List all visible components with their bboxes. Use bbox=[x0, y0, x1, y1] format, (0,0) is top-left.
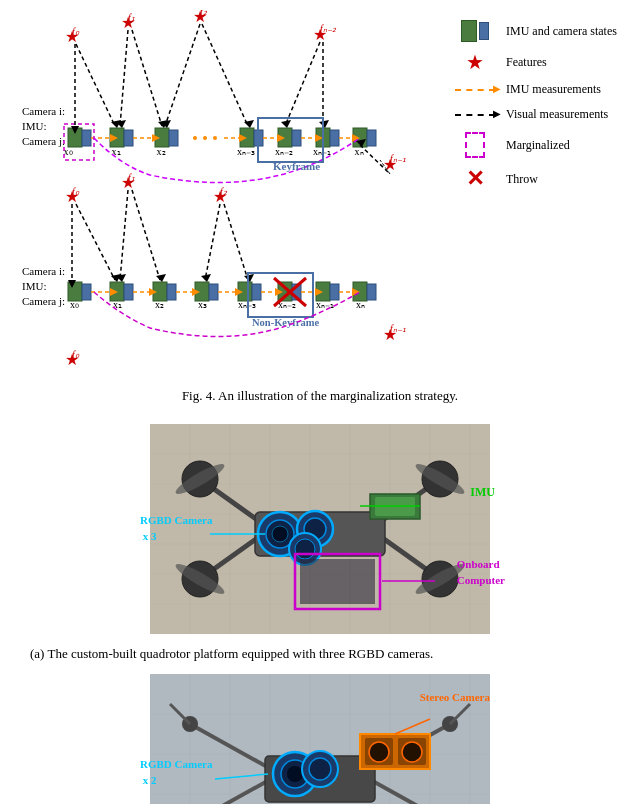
svg-line-54 bbox=[120, 30, 128, 126]
svg-text:f₁: f₁ bbox=[128, 12, 135, 23]
imu-meas-icon bbox=[450, 89, 500, 91]
svg-line-52 bbox=[76, 44, 115, 126]
figure-4: Camera i: IMU: Camera j: x₀ x₁ bbox=[20, 10, 620, 416]
svg-rect-10 bbox=[169, 130, 178, 146]
svg-rect-84 bbox=[209, 284, 218, 300]
throw-icon: ✕ bbox=[450, 168, 500, 190]
svg-rect-98 bbox=[367, 284, 376, 300]
svg-text:f₀: f₀ bbox=[72, 26, 80, 37]
svg-text:x₂: x₂ bbox=[155, 299, 164, 310]
features-icon: ★ bbox=[450, 52, 500, 72]
svg-rect-16 bbox=[292, 130, 301, 146]
legend: IMU and camera states ★ Features IMU mea… bbox=[440, 10, 620, 200]
svg-line-56 bbox=[132, 30, 162, 126]
svg-text:x₃: x₃ bbox=[198, 299, 207, 310]
svg-text:xₙ₋₁: xₙ₋₁ bbox=[316, 299, 334, 310]
svg-text:xₙ₋₂: xₙ₋₂ bbox=[275, 146, 293, 157]
svg-point-215 bbox=[402, 742, 422, 762]
svg-rect-87 bbox=[252, 284, 261, 300]
legend-item-throw: ✕ Throw bbox=[450, 168, 620, 190]
svg-text:Camera i:: Camera i: bbox=[22, 105, 65, 117]
svg-point-210 bbox=[309, 758, 331, 780]
svg-point-28 bbox=[193, 136, 197, 140]
svg-text:xₙ₋₃: xₙ₋₃ bbox=[237, 146, 255, 157]
svg-line-126 bbox=[76, 204, 115, 280]
diagram-area: Camera i: IMU: Camera j: x₀ x₁ bbox=[20, 10, 620, 384]
legend-item-features: ★ Features bbox=[450, 52, 620, 72]
svg-point-29 bbox=[203, 136, 207, 140]
legend-label-throw: Throw bbox=[506, 172, 538, 187]
page: Camera i: IMU: Camera j: x₀ x₁ bbox=[0, 0, 640, 804]
legend-item-marginalized: Marginalized bbox=[450, 132, 620, 158]
legend-item-visual-meas: Visual measurements bbox=[450, 107, 620, 122]
legend-label-imu-meas: IMU measurements bbox=[506, 82, 601, 97]
svg-text:f₀: f₀ bbox=[72, 186, 80, 197]
svg-line-132 bbox=[205, 204, 220, 280]
svg-point-208 bbox=[287, 766, 303, 782]
legend-label-imu-cam: IMU and camera states bbox=[506, 24, 617, 39]
svg-marker-133 bbox=[201, 274, 211, 282]
svg-rect-95 bbox=[330, 284, 339, 300]
svg-rect-176 bbox=[300, 559, 375, 604]
svg-rect-7 bbox=[124, 130, 133, 146]
svg-text:f₀: f₀ bbox=[72, 349, 80, 360]
svg-rect-75 bbox=[82, 284, 91, 300]
imu-cam-icon bbox=[450, 20, 500, 42]
svg-rect-4 bbox=[82, 130, 91, 146]
svg-line-128 bbox=[120, 190, 128, 280]
marginalized-icon bbox=[450, 132, 500, 158]
svg-line-130 bbox=[132, 190, 160, 280]
figure-5a: RGBD Camera x 3 IMU Onboard Computer (a)… bbox=[20, 424, 620, 664]
svg-line-134 bbox=[224, 204, 248, 280]
visual-meas-icon bbox=[450, 114, 500, 116]
legend-label-marginalized: Marginalized bbox=[506, 138, 570, 153]
svg-text:Camera j:: Camera j: bbox=[22, 295, 65, 307]
svg-text:IMU:: IMU: bbox=[22, 280, 46, 292]
imu-label: IMU bbox=[470, 484, 495, 500]
svg-text:x₀: x₀ bbox=[64, 146, 73, 157]
svg-point-214 bbox=[369, 742, 389, 762]
svg-text:f₁: f₁ bbox=[128, 172, 135, 183]
stereo-camera-label: Stereo Camera bbox=[420, 689, 490, 705]
svg-point-168 bbox=[272, 526, 288, 542]
rgbd-camera-label: RGBD Camera x 3 bbox=[140, 512, 212, 544]
svg-text:f₂: f₂ bbox=[200, 10, 208, 17]
svg-rect-81 bbox=[167, 284, 176, 300]
svg-rect-78 bbox=[124, 284, 133, 300]
svg-line-60 bbox=[202, 24, 248, 126]
svg-text:f₂: f₂ bbox=[220, 186, 228, 197]
svg-text:fₙ₋₁: fₙ₋₁ bbox=[390, 153, 406, 164]
svg-text:Keyframe: Keyframe bbox=[273, 160, 320, 172]
svg-marker-63 bbox=[281, 120, 291, 128]
svg-rect-19 bbox=[330, 130, 339, 146]
legend-item-imu-cam: IMU and camera states bbox=[450, 20, 620, 42]
svg-text:Camera i:: Camera i: bbox=[22, 265, 65, 277]
svg-text:fₙ₋₁: fₙ₋₁ bbox=[390, 323, 406, 334]
fig4-caption: Fig. 4. An illustration of the marginali… bbox=[182, 388, 458, 404]
svg-marker-131 bbox=[156, 274, 166, 282]
svg-line-58 bbox=[165, 24, 200, 126]
svg-point-30 bbox=[213, 136, 217, 140]
svg-text:fₙ₋₂: fₙ₋₂ bbox=[320, 23, 337, 34]
svg-text:x₂: x₂ bbox=[157, 146, 166, 157]
figure-5b: RGBD Camera x 2 Stereo Camera bbox=[20, 674, 620, 805]
fig5a-caption: (a) The custom-built quadrotor platform … bbox=[20, 644, 620, 664]
onboard-computer-label: Onboard Computer bbox=[457, 556, 505, 588]
svg-text:xₙ: xₙ bbox=[356, 299, 365, 310]
svg-line-62 bbox=[285, 42, 320, 126]
svg-text:IMU:: IMU: bbox=[22, 120, 46, 132]
svg-rect-22 bbox=[367, 130, 376, 146]
svg-point-172 bbox=[295, 539, 315, 559]
legend-label-visual-meas: Visual measurements bbox=[506, 107, 608, 122]
legend-item-imu-meas: IMU measurements bbox=[450, 82, 620, 97]
svg-text:Camera j:: Camera j: bbox=[22, 135, 65, 147]
rgbd-camera-label-b: RGBD Camera x 2 bbox=[140, 756, 212, 788]
legend-label-features: Features bbox=[506, 55, 547, 70]
svg-text:x₀: x₀ bbox=[70, 299, 79, 310]
diagram-svg: Camera i: IMU: Camera j: x₀ x₁ bbox=[20, 10, 440, 384]
